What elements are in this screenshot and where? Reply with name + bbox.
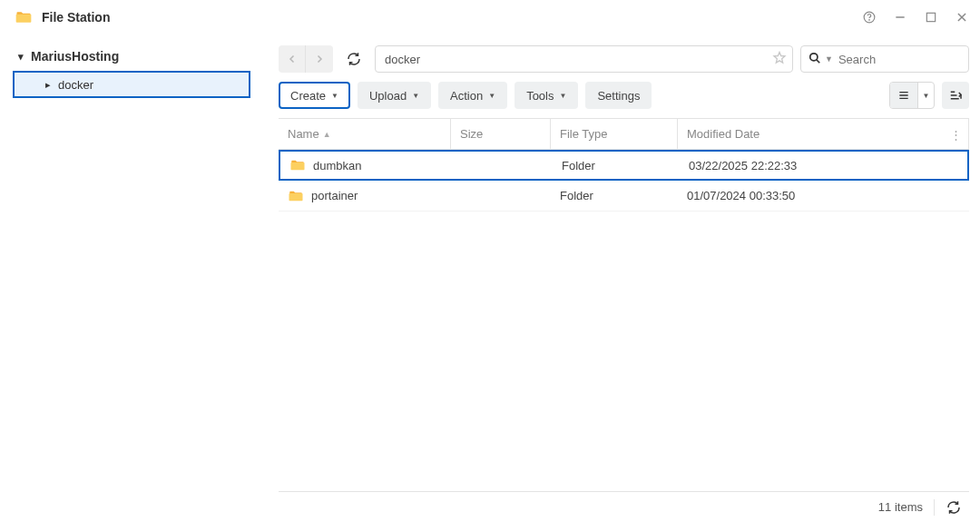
table-body: dumbkanFolder03/22/2025 22:22:33portaine… bbox=[279, 150, 969, 491]
column-header-name[interactable]: Name ▲ bbox=[279, 119, 451, 149]
upload-button[interactable]: Upload ▼ bbox=[358, 82, 431, 109]
table-header: Name ▲ Size File Type Modified Date ⋮ bbox=[279, 119, 969, 150]
action-label: Action bbox=[450, 89, 483, 103]
tools-label: Tools bbox=[526, 89, 554, 103]
row-type: Folder bbox=[553, 159, 680, 172]
svg-point-14 bbox=[810, 53, 818, 60]
tree-item-label: docker bbox=[58, 78, 93, 92]
row-name: dumbkan bbox=[313, 159, 361, 172]
view-mode-dropdown[interactable]: ▼ bbox=[917, 83, 934, 108]
column-header-type[interactable]: File Type bbox=[551, 119, 678, 149]
sort-asc-icon: ▲ bbox=[323, 130, 331, 139]
column-menu-button[interactable]: ⋮ bbox=[946, 127, 965, 141]
nav-forward-button[interactable] bbox=[306, 45, 333, 73]
upload-label: Upload bbox=[369, 89, 407, 103]
window-controls bbox=[860, 8, 971, 26]
app-title: File Station bbox=[42, 10, 860, 25]
favorite-star-icon[interactable] bbox=[772, 51, 787, 68]
close-button[interactable] bbox=[953, 8, 971, 26]
svg-rect-10 bbox=[926, 13, 935, 21]
toolbar-right: ▼ bbox=[889, 82, 969, 109]
table-row[interactable]: dumbkanFolder03/22/2025 22:22:33 bbox=[279, 150, 969, 181]
title-bar: File Station bbox=[0, 0, 980, 34]
row-name: portainer bbox=[311, 189, 358, 202]
refresh-button[interactable] bbox=[340, 45, 368, 73]
sort-button[interactable] bbox=[942, 82, 969, 109]
create-label: Create bbox=[290, 89, 326, 103]
maximize-button[interactable] bbox=[922, 8, 940, 26]
path-row: ▼ bbox=[279, 45, 969, 73]
list-view-button[interactable] bbox=[890, 83, 917, 108]
table-row[interactable]: portainerFolder01/07/2024 00:33:50 bbox=[279, 181, 969, 212]
row-date: 03/22/2025 22:22:33 bbox=[680, 159, 967, 172]
chevron-down-icon: ▼ bbox=[331, 92, 338, 100]
minimize-button[interactable] bbox=[891, 8, 909, 26]
help-button[interactable] bbox=[860, 8, 878, 26]
search-icon bbox=[808, 52, 821, 67]
tools-button[interactable]: Tools ▼ bbox=[514, 82, 578, 109]
path-input-wrap bbox=[375, 45, 793, 73]
view-mode-group: ▼ bbox=[889, 82, 935, 109]
chevron-down-icon: ▼ bbox=[412, 92, 419, 100]
nav-back-forward bbox=[279, 45, 333, 73]
caret-down-icon: ▾ bbox=[16, 51, 25, 63]
svg-point-8 bbox=[869, 19, 870, 20]
folder-icon bbox=[288, 188, 304, 204]
search-input[interactable] bbox=[838, 53, 980, 66]
search-dropdown-icon[interactable]: ▼ bbox=[825, 54, 833, 64]
folder-icon bbox=[289, 157, 306, 173]
row-date: 01/07/2024 00:33:50 bbox=[678, 189, 969, 202]
chevron-down-icon: ▼ bbox=[560, 92, 567, 100]
toolbar-row: Create ▼ Upload ▼ Action ▼ Tools ▼ Setti… bbox=[279, 82, 969, 109]
row-type: Folder bbox=[551, 189, 678, 202]
caret-right-icon: ▸ bbox=[44, 79, 53, 91]
column-size-label: Size bbox=[460, 127, 483, 141]
search-input-wrap: ▼ bbox=[800, 45, 969, 73]
separator bbox=[934, 499, 935, 516]
column-type-label: File Type bbox=[560, 127, 608, 141]
column-name-label: Name bbox=[288, 127, 319, 141]
create-button[interactable]: Create ▼ bbox=[279, 82, 350, 109]
toolbar-left: Create ▼ Upload ▼ Action ▼ Tools ▼ Setti… bbox=[279, 82, 652, 109]
column-header-date[interactable]: Modified Date bbox=[678, 119, 969, 149]
column-date-label: Modified Date bbox=[687, 127, 760, 141]
action-button[interactable]: Action ▼ bbox=[438, 82, 507, 109]
file-table: Name ▲ Size File Type Modified Date ⋮ du… bbox=[279, 118, 969, 491]
status-bar: 11 items bbox=[279, 491, 969, 522]
nav-back-button[interactable] bbox=[279, 45, 306, 73]
item-count: 11 items bbox=[878, 500, 923, 514]
tree-root-label: MariusHosting bbox=[31, 49, 119, 64]
status-refresh-button[interactable] bbox=[946, 499, 962, 516]
svg-marker-13 bbox=[774, 53, 785, 64]
chevron-down-icon: ▼ bbox=[488, 92, 495, 100]
sidebar: ▾ MariusHosting ▸ docker bbox=[0, 34, 268, 522]
path-input[interactable] bbox=[385, 53, 767, 66]
settings-label: Settings bbox=[597, 89, 640, 103]
svg-line-15 bbox=[817, 59, 820, 63]
tree-item-docker[interactable]: ▸ docker bbox=[13, 71, 250, 98]
settings-button[interactable]: Settings bbox=[585, 82, 652, 109]
tree-root[interactable]: ▾ MariusHosting bbox=[0, 42, 267, 71]
app-folder-icon bbox=[15, 8, 33, 26]
column-header-size[interactable]: Size bbox=[451, 119, 551, 149]
content-panel: ▼ Create ▼ Upload ▼ Action ▼ bbox=[268, 34, 980, 522]
